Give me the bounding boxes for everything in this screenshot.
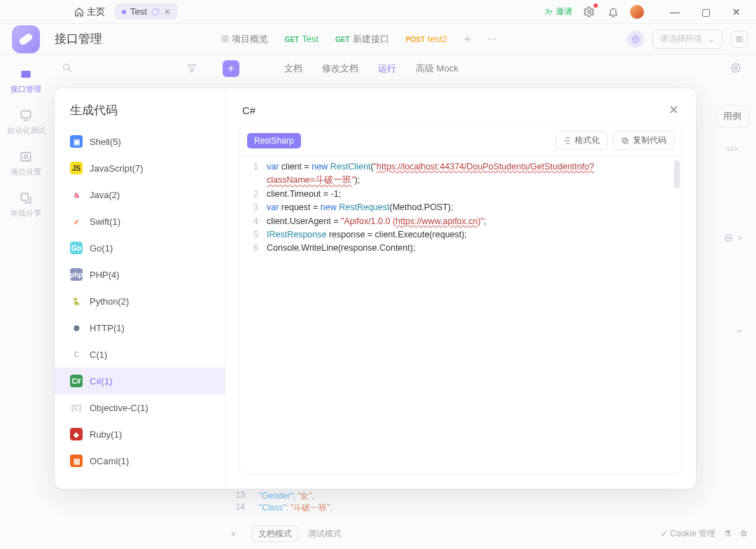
code-url: https://localhost:44374/DouPoStudents/Ge… [377,162,594,172]
modal-title: 生成代码 [55,102,225,128]
lang-item-go[interactable]: GoGo(1) [55,235,225,261]
lang-label: HTTP(1) [90,323,125,333]
lang-icon: Go [70,242,83,254]
lang-label: Swift(1) [90,216,120,227]
lang-icon: ▧ [70,454,83,467]
lang-label: Objective-C(1) [90,403,148,413]
lang-label: Python(2) [90,296,129,307]
lang-icon: C [70,348,83,361]
copy-button[interactable]: 复制代码 [613,131,674,150]
lang-item-c[interactable]: C#C#(1) [55,368,225,394]
lang-icon: C# [70,375,83,387]
library-pill[interactable]: RestSharp [247,133,301,148]
lang-item-python[interactable]: 🐍Python(2) [55,288,225,314]
lang-label: Go(1) [90,243,113,253]
format-button[interactable]: 格式化 [555,131,608,150]
lang-item-http[interactable]: ⬢HTTP(1) [55,314,225,341]
scrollbar[interactable] [674,160,680,188]
lang-item-shell[interactable]: ▣Shell(5) [55,128,225,155]
lang-label: PHP(4) [90,270,120,280]
modal-language-list: 生成代码 ▣Shell(5)JSJavaScript(7)♨Java(2)➶Sw… [55,88,225,489]
code-ua-url: https://www.apifox.cn [396,216,477,226]
code-qparam: className=斗破一班 [267,175,351,185]
lang-icon: ⬢ [70,321,83,334]
code-body[interactable]: 1var client = new RestClient("https://lo… [240,156,681,474]
svg-rect-15 [624,139,628,144]
lang-label: C(1) [90,349,107,360]
modal-close-button[interactable]: ✕ [668,102,679,118]
lang-label: Java(2) [90,190,120,200]
modal-content: C# ✕ RestSharp 格式化 复制代码 [225,88,696,489]
format-label: 格式化 [575,134,600,146]
generate-code-modal: 生成代码 ▣Shell(5)JSJavaScript(7)♨Java(2)➶Sw… [55,88,696,489]
lang-label: JavaScript(7) [90,163,144,174]
lang-label: Ruby(1) [90,429,122,440]
lang-icon: php [70,268,83,281]
lang-item-swift[interactable]: ➶Swift(1) [55,208,225,235]
lang-item-javascript[interactable]: JSJavaScript(7) [55,155,225,181]
lang-icon: [C] [70,401,83,414]
copy-label: 复制代码 [633,134,666,146]
app-window: 主页 Test ✕ 邀请 ― ▢ [0,0,756,549]
lang-item-java[interactable]: ♨Java(2) [55,181,225,208]
lang-label: OCaml(1) [90,456,129,466]
lang-item-objectivec[interactable]: [C]Objective-C(1) [55,394,225,421]
lang-icon: JS [70,162,83,174]
code-panel: RestSharp 格式化 复制代码 1var client = new Res… [239,125,682,475]
selected-language: C# [242,104,255,116]
lang-icon: ♨ [70,188,83,201]
lang-item-php[interactable]: phpPHP(4) [55,261,225,288]
lang-item-ruby[interactable]: ◆Ruby(1) [55,421,225,447]
lang-icon: ➶ [70,215,83,228]
lang-item-c[interactable]: CC(1) [55,341,225,368]
lang-label: Shell(5) [90,137,121,147]
format-icon [563,137,571,145]
lang-icon: ▣ [70,135,83,148]
copy-icon [621,137,629,145]
lang-item-ocaml[interactable]: ▧OCaml(1) [55,447,225,474]
lang-label: C#(1) [90,376,113,387]
lang-icon: 🐍 [70,295,83,307]
lang-icon: ◆ [70,428,83,440]
svg-rect-16 [622,138,626,142]
